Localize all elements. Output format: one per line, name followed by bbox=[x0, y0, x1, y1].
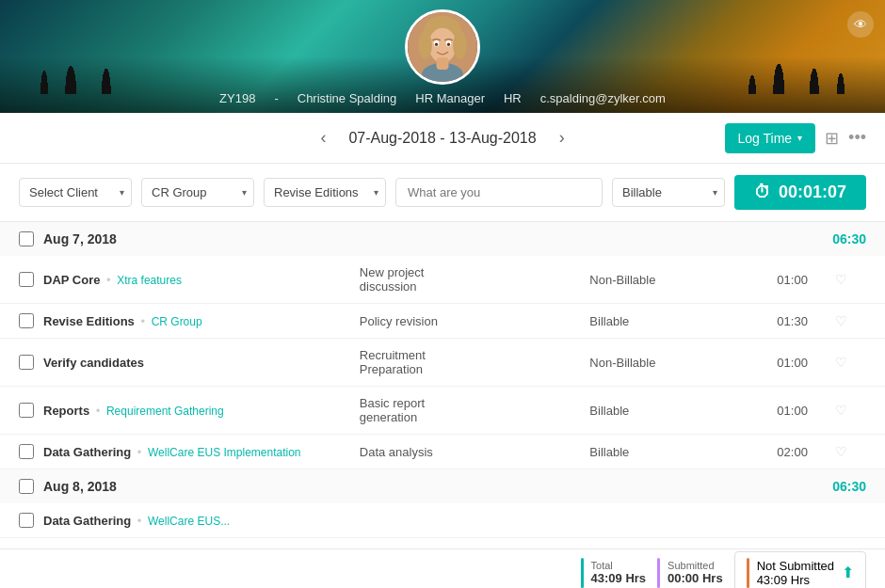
total-value: 43:09 Hrs bbox=[591, 571, 647, 585]
col-task-5: Data analysis bbox=[360, 445, 581, 459]
col-time-3: 01:00 bbox=[722, 356, 808, 370]
table-row: Revise Editions • CR Group Policy revisi… bbox=[0, 304, 885, 339]
row-checkbox-6[interactable] bbox=[19, 513, 34, 528]
avatar-image bbox=[408, 12, 477, 82]
export-icon[interactable]: ⬆ bbox=[842, 564, 854, 581]
date-group-aug7: Aug 7, 2018 06:30 bbox=[0, 222, 885, 256]
col-task-3: RecruitmentPreparation bbox=[360, 348, 581, 376]
submitted-stat-text: Submitted 00:00 Hrs bbox=[668, 560, 723, 585]
col-project-5: Data Gathering • WellCare EUS Implementa… bbox=[43, 445, 350, 459]
col-billable-2: Billable bbox=[589, 314, 712, 328]
log-time-label: Log Time bbox=[738, 131, 793, 146]
log-time-button[interactable]: Log Time ▾ bbox=[725, 123, 816, 153]
col-location-4: ♡ bbox=[817, 403, 866, 418]
date-group-checkbox-aug7[interactable] bbox=[19, 231, 34, 246]
row-checkbox-5[interactable] bbox=[19, 444, 34, 459]
employee-name: Christine Spalding bbox=[298, 91, 397, 105]
client-select[interactable]: Select Client bbox=[19, 178, 132, 207]
header: ZY198 - Christine Spalding HR Manager HR… bbox=[0, 0, 885, 113]
client-select-wrapper: Select Client ▾ bbox=[19, 178, 132, 207]
project-name-4: Reports bbox=[43, 404, 89, 418]
row-checkbox-1[interactable] bbox=[19, 272, 34, 287]
sub-name-2: CR Group bbox=[152, 315, 202, 328]
col-project-6: Data Gathering • WellCare EUS... bbox=[43, 514, 375, 528]
col-task-2: Policy revision bbox=[360, 314, 581, 328]
dot-2: • bbox=[140, 314, 145, 328]
svg-point-9 bbox=[435, 43, 438, 46]
svg-rect-6 bbox=[437, 57, 449, 70]
col-project-3: Verify candidates bbox=[43, 356, 350, 370]
separator1: - bbox=[274, 91, 278, 105]
svg-point-4 bbox=[453, 31, 467, 59]
dot-5: • bbox=[137, 445, 142, 459]
header-info: ZY198 - Christine Spalding HR Manager HR… bbox=[219, 91, 666, 113]
edition-select-wrapper: Revise Editions ▾ bbox=[264, 178, 386, 207]
avatar bbox=[405, 9, 480, 85]
total-stat: Total 43:09 Hrs bbox=[581, 558, 647, 588]
dot-6: • bbox=[137, 514, 142, 528]
dot-1: • bbox=[106, 273, 111, 287]
submitted-bar bbox=[657, 558, 660, 588]
footer-stats: Total 43:09 Hrs Submitted 00:00 Hrs Not … bbox=[0, 548, 885, 588]
next-date-button[interactable]: › bbox=[552, 124, 572, 151]
table-row: Data Gathering • WellCare EUS Implementa… bbox=[0, 435, 885, 469]
time-entries-table: Aug 7, 2018 06:30 DAP Core • Xtra featur… bbox=[0, 222, 885, 548]
date-group-checkbox-aug8[interactable] bbox=[19, 479, 34, 494]
col-location-5: ♡ bbox=[817, 444, 866, 459]
total-bar bbox=[581, 558, 584, 588]
project-name-6: Data Gathering bbox=[43, 514, 131, 528]
row-checkbox-3[interactable] bbox=[19, 355, 34, 370]
billable-select[interactable]: Billable bbox=[612, 178, 725, 207]
row-checkbox-2[interactable] bbox=[19, 313, 34, 328]
col-task-1: New projectdiscussion bbox=[360, 265, 581, 294]
col-project-4: Reports • Requirement Gathering bbox=[43, 404, 350, 418]
date-group-aug8: Aug 8, 2018 06:30 bbox=[0, 469, 885, 503]
col-time-1: 01:00 bbox=[722, 273, 808, 287]
filter-bar: Select Client ▾ CR Group ▾ Revise Editio… bbox=[0, 164, 885, 222]
prev-date-button[interactable]: ‹ bbox=[313, 124, 333, 151]
sub-name-4: Requirement Gathering bbox=[106, 405, 224, 418]
edition-select[interactable]: Revise Editions bbox=[264, 178, 386, 207]
col-billable-3: Non-Billable bbox=[589, 356, 712, 370]
total-stat-text: Total 43:09 Hrs bbox=[591, 560, 647, 585]
project-name-5: Data Gathering bbox=[43, 445, 131, 459]
not-submitted-value: 43:09 Hrs bbox=[757, 573, 834, 587]
filter-icon-button[interactable]: ⊞ bbox=[825, 128, 839, 149]
dot-4: • bbox=[96, 404, 101, 418]
search-input[interactable] bbox=[395, 178, 603, 207]
col-location-2: ♡ bbox=[817, 313, 866, 328]
department: HR bbox=[504, 91, 522, 105]
project-name-1: DAP Core bbox=[43, 273, 100, 287]
eye-icon-button[interactable]: 👁 bbox=[847, 11, 874, 38]
col-billable-5: Billable bbox=[589, 445, 712, 459]
row-checkbox-4[interactable] bbox=[19, 403, 34, 418]
svg-point-10 bbox=[447, 43, 450, 46]
svg-point-3 bbox=[418, 31, 432, 59]
col-project-2: Revise Editions • CR Group bbox=[43, 314, 350, 328]
submitted-label: Submitted bbox=[668, 560, 723, 571]
timer-icon: ⏱ bbox=[754, 183, 771, 202]
project-name-3: Verify candidates bbox=[43, 356, 144, 370]
date-total-aug7: 06:30 bbox=[832, 231, 866, 246]
table-row: Verify candidates RecruitmentPreparation… bbox=[0, 339, 885, 387]
nav-actions: Log Time ▾ ⊞ ••• bbox=[725, 123, 867, 153]
not-submitted-label: Not Submitted bbox=[757, 559, 834, 573]
submitted-value: 00:00 Hrs bbox=[668, 571, 723, 585]
col-location-3: ♡ bbox=[817, 355, 866, 370]
group-select[interactable]: CR Group bbox=[141, 178, 254, 207]
employee-id: ZY198 bbox=[219, 91, 255, 105]
submitted-stat: Submitted 00:00 Hrs bbox=[657, 558, 723, 588]
date-label-aug7: Aug 7, 2018 bbox=[43, 231, 117, 246]
date-total-aug8: 06:30 bbox=[832, 479, 866, 494]
timer-button[interactable]: ⏱ 00:01:07 bbox=[734, 175, 866, 210]
timer-display: 00:01:07 bbox=[779, 183, 846, 202]
date-range: 07-Aug-2018 - 13-Aug-2018 bbox=[348, 130, 536, 147]
col-time-5: 02:00 bbox=[722, 445, 808, 459]
not-submitted-stat-text: Not Submitted 43:09 Hrs bbox=[757, 559, 834, 587]
email: c.spalding@zylker.com bbox=[540, 91, 666, 105]
col-project-1: DAP Core • Xtra features bbox=[43, 273, 350, 287]
table-row: Reports • Requirement Gathering Basic re… bbox=[0, 387, 885, 435]
sub-name-5: WellCare EUS Implementation bbox=[148, 446, 301, 459]
billable-select-wrapper: Billable ▾ bbox=[612, 178, 725, 207]
more-options-button[interactable]: ••• bbox=[848, 128, 866, 148]
